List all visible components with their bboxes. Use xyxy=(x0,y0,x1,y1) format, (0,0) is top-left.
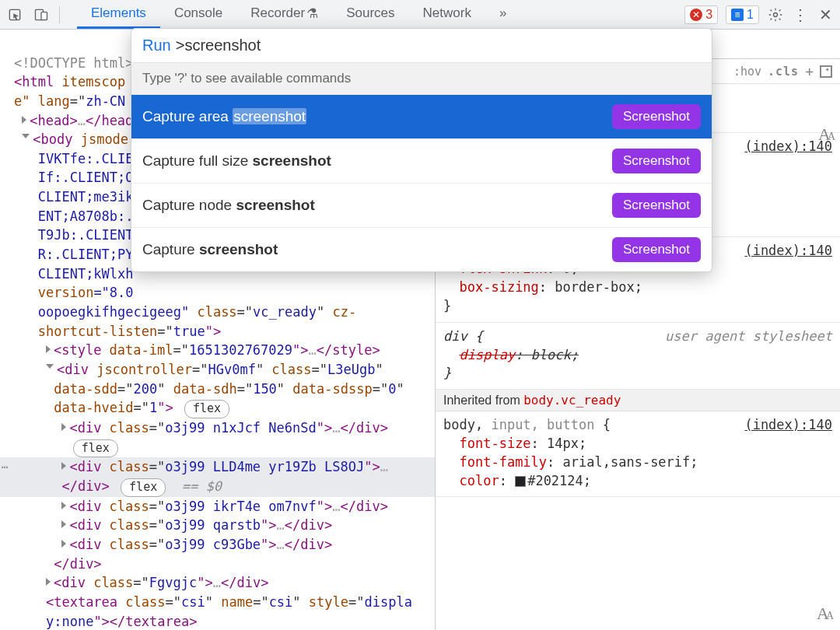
ua-label: user agent stylesheet xyxy=(665,327,832,346)
rule-body[interactable]: (index):140 body, input, button { font-s… xyxy=(436,411,840,497)
command-row-capture-area[interactable]: Capture area screenshot Screenshot xyxy=(131,95,712,139)
command-palette: Run >screenshot Type '?' to see availabl… xyxy=(131,28,712,272)
command-row-capture[interactable]: Capture screenshot Screenshot xyxy=(131,228,712,271)
command-row-capture-node[interactable]: Capture node screenshot Screenshot xyxy=(131,184,712,228)
tab-recorder[interactable]: Recorder ⚗ xyxy=(236,0,332,29)
tab-network[interactable]: Network xyxy=(409,0,485,29)
selected-dom-node[interactable]: <div class="o3j99 LLD4me yr19Zb LS8OJ">…… xyxy=(0,457,435,496)
doctype: <!DOCTYPE html> xyxy=(14,55,134,71)
tab-elements[interactable]: Elements xyxy=(77,0,160,29)
flex-badge[interactable]: flex xyxy=(184,400,229,418)
font-size-icon[interactable]: AA xyxy=(818,123,832,147)
error-count-badge[interactable]: ✕3 xyxy=(684,5,718,24)
box-model-icon[interactable]: ◂ xyxy=(820,65,832,78)
color-swatch[interactable] xyxy=(515,476,526,487)
category-badge: Screenshot xyxy=(612,193,701,218)
category-badge: Screenshot xyxy=(612,104,701,129)
category-badge: Screenshot xyxy=(612,149,701,173)
new-rule-icon[interactable]: + xyxy=(805,63,814,79)
tab-console[interactable]: Console xyxy=(160,0,236,29)
flex-badge[interactable]: flex xyxy=(73,439,118,458)
svg-rect-2 xyxy=(41,12,47,19)
close-icon[interactable]: ✕ xyxy=(817,6,834,23)
command-hint: Type '?' to see available commands xyxy=(131,62,712,95)
info-count-badge[interactable]: ≡1 xyxy=(726,5,759,24)
tabs-overflow[interactable]: » xyxy=(485,0,520,29)
source-link[interactable]: (index):140 xyxy=(744,416,832,435)
command-row-capture-full[interactable]: Capture full size screenshot Screenshot xyxy=(131,139,712,184)
cls-toggle[interactable]: .cls xyxy=(768,65,799,79)
inherited-separator: Inherited from body.vc_ready xyxy=(436,390,840,411)
command-input[interactable]: Run >screenshot xyxy=(131,29,712,62)
inspect-icon[interactable] xyxy=(6,6,23,23)
main-toolbar: Elements Console Recorder ⚗ Sources Netw… xyxy=(0,0,840,30)
svg-point-3 xyxy=(774,12,778,16)
expand-icon[interactable] xyxy=(22,116,26,124)
font-size-icon[interactable]: AA xyxy=(817,604,831,624)
device-mode-icon[interactable] xyxy=(33,6,50,23)
tab-sources[interactable]: Sources xyxy=(332,0,408,29)
hov-toggle[interactable]: :hov xyxy=(733,65,761,79)
collapse-icon[interactable] xyxy=(22,134,30,142)
rule-div-uas[interactable]: user agent stylesheet div { display: blo… xyxy=(436,323,840,390)
settings-icon[interactable] xyxy=(767,6,784,23)
category-badge: Screenshot xyxy=(612,237,701,262)
panel-tabs: Elements Console Recorder ⚗ Sources Netw… xyxy=(77,0,675,29)
source-link[interactable]: (index):140 xyxy=(744,242,832,261)
kebab-icon[interactable]: ⋮ xyxy=(792,6,809,23)
